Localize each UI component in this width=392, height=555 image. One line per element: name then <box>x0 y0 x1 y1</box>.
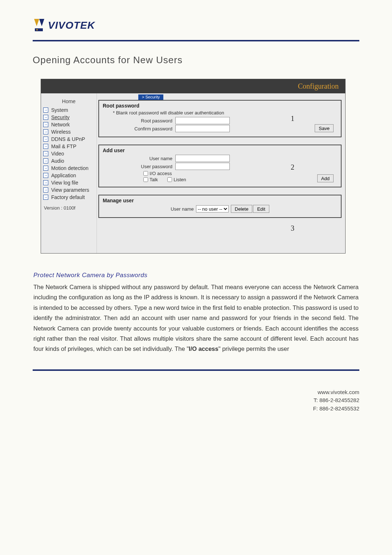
config-banner: Configuration <box>41 79 345 93</box>
config-window: Configuration Home → System → Security →… <box>41 79 346 254</box>
page-title: Opening Accounts for New Users <box>33 54 359 66</box>
sidebar-item-label: System <box>51 107 68 113</box>
sidebar-item-view-parameters[interactable]: → View parameters <box>41 186 97 194</box>
user-name-label: User name <box>103 156 175 161</box>
callout-2: 2 <box>291 163 294 171</box>
root-password-panel: Root password * Blank root password will… <box>98 100 342 137</box>
sidebar-item-label: Application <box>51 173 76 178</box>
arrow-right-icon: → <box>43 108 48 113</box>
user-password-input[interactable] <box>175 163 230 170</box>
subheading: Protect Network Camera by Passwords <box>33 272 359 279</box>
arrow-right-icon: → <box>43 137 48 142</box>
add-button[interactable]: Add <box>317 174 334 182</box>
sidebar-item-mail-ftp[interactable]: → Mail & FTP <box>41 143 97 150</box>
arrow-right-icon: → <box>43 173 48 178</box>
section-tab: > Security <box>138 94 163 100</box>
sidebar-item-label: Network <box>51 122 70 127</box>
arrow-right-icon: → <box>43 151 48 156</box>
sidebar-item-label: View log file <box>51 180 78 186</box>
svg-rect-2 <box>35 28 43 31</box>
sidebar-item-ddns-upnp[interactable]: → DDNS & UPnP <box>41 135 97 143</box>
bottom-divider <box>33 369 359 371</box>
talk-checkbox[interactable] <box>143 177 148 182</box>
panel-note: * Blank root password will disable user … <box>113 110 337 116</box>
main-panel-area: > Security Root password * Blank root pa… <box>97 93 345 253</box>
sidebar-item-label: Mail & FTP <box>51 143 76 149</box>
top-divider <box>33 40 359 41</box>
manage-user-name-label: User name <box>171 206 194 212</box>
edit-button[interactable]: Edit <box>253 205 269 213</box>
sidebar-item-label: DDNS & UPnP <box>51 136 85 142</box>
footer-url: www.vivotek.com <box>33 388 359 397</box>
svg-marker-1 <box>39 19 44 26</box>
footer-tel: T: 886-2-82455282 <box>33 396 359 405</box>
callout-1: 1 <box>291 114 294 123</box>
sidebar-item-factory-default[interactable]: → Factory default <box>41 194 97 201</box>
talk-label: Talk <box>150 177 158 182</box>
callout-3: 3 <box>291 224 294 232</box>
sidebar-item-audio[interactable]: → Audio <box>41 157 97 165</box>
arrow-right-icon: → <box>43 187 48 193</box>
arrow-right-icon: → <box>43 144 48 149</box>
svg-marker-0 <box>34 19 39 26</box>
sidebar-item-motion-detection[interactable]: → Motion detection <box>41 165 97 172</box>
arrow-right-icon: → <box>43 180 48 185</box>
sidebar-item-security[interactable]: → Security <box>41 114 97 121</box>
footer: www.vivotek.com T: 886-2-82455282 F: 886… <box>33 388 359 413</box>
listen-checkbox[interactable] <box>167 177 172 182</box>
para-text-1: The Network Camera is shipped without an… <box>33 284 359 352</box>
logo: VIVOTEK <box>33 18 359 33</box>
manage-user-panel: Manage user User name -- no user -- Dele… <box>98 195 342 218</box>
arrow-right-icon: → <box>43 158 48 163</box>
sidebar-item-video[interactable]: → Video <box>41 150 97 157</box>
confirm-password-label: Confirm password <box>103 126 175 131</box>
sidebar-item-label: Factory default <box>51 194 85 200</box>
root-password-label: Root password <box>103 118 175 123</box>
body-paragraph: The Network Camera is shipped without an… <box>33 282 359 354</box>
user-select[interactable]: -- no user -- <box>196 205 229 212</box>
sidebar-item-label: Wireless <box>51 129 71 135</box>
save-button[interactable]: Save <box>315 124 334 132</box>
arrow-right-icon: → <box>43 195 48 200</box>
sidebar: Home → System → Security → Network → Wir… <box>41 93 97 253</box>
sidebar-item-view-log[interactable]: → View log file <box>41 179 97 186</box>
user-password-label: User password <box>103 164 175 169</box>
sidebar-item-label: Security <box>51 114 70 120</box>
panel-title: Add user <box>103 147 337 153</box>
logo-mark-icon <box>33 18 46 33</box>
arrow-right-icon: → <box>43 166 48 171</box>
panel-title: Root password <box>103 103 337 109</box>
sidebar-item-system[interactable]: → System <box>41 106 97 114</box>
user-name-input[interactable] <box>175 155 230 162</box>
arrow-right-icon: → <box>43 122 48 127</box>
sidebar-item-label: Audio <box>51 158 64 164</box>
sidebar-item-wireless[interactable]: → Wireless <box>41 128 97 135</box>
logo-text: VIVOTEK <box>48 20 95 31</box>
delete-button[interactable]: Delete <box>231 205 253 213</box>
io-access-checkbox[interactable] <box>143 171 148 176</box>
version-text: Version : 0100f <box>41 201 97 211</box>
arrow-right-icon: → <box>43 129 48 134</box>
io-access-label: I/O access <box>150 171 172 176</box>
confirm-password-input[interactable] <box>175 125 230 132</box>
sidebar-item-application[interactable]: → Application <box>41 172 97 179</box>
sidebar-item-network[interactable]: → Network <box>41 121 97 128</box>
root-password-input[interactable] <box>175 117 230 124</box>
footer-fax: F: 886-2-82455532 <box>33 405 359 413</box>
sidebar-item-label: Video <box>51 151 64 157</box>
sidebar-home[interactable]: Home <box>41 97 97 106</box>
para-text-2: " privilege permits the user <box>219 345 289 352</box>
add-user-panel: Add user User name User password I/O acc… <box>98 145 342 187</box>
panel-title: Manage user <box>103 198 337 203</box>
arrow-right-icon: → <box>43 115 48 120</box>
svg-point-3 <box>36 29 38 31</box>
para-bold: I/O access <box>189 345 219 352</box>
sidebar-item-label: Motion detection <box>51 165 89 171</box>
listen-label: Listen <box>173 177 186 182</box>
sidebar-item-label: View parameters <box>51 187 89 193</box>
